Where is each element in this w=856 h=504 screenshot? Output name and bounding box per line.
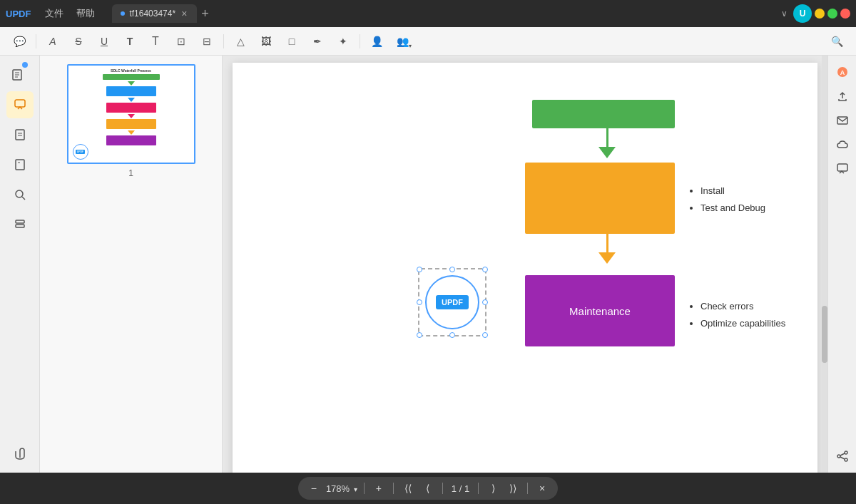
nav-last-button[interactable]: ⟩⟩ — [504, 480, 521, 497]
text-tool[interactable]: T — [145, 31, 166, 52]
sidebar-item-pages[interactable] — [6, 61, 34, 88]
page-canvas: Install Test and Debug Maintenance Che — [233, 63, 817, 473]
zoom-out-button[interactable]: − — [305, 480, 322, 497]
mini-diagram: SDLC Waterfall Process UPDF — [68, 66, 194, 163]
handle-bl — [417, 332, 422, 338]
sidebar-item-layers[interactable] — [6, 211, 34, 238]
thumbnail-page-1[interactable]: SDLC Waterfall Process UPDF — [67, 64, 195, 178]
green-box[interactable] — [532, 100, 675, 128]
person2-tool[interactable]: 👥▾ — [392, 31, 413, 52]
zoom-sep-2 — [393, 483, 394, 494]
thumbnail-page-label: 1 — [67, 168, 195, 178]
comment-button[interactable] — [832, 158, 853, 180]
scrollbar-track[interactable] — [822, 56, 827, 473]
arrow-2 — [598, 234, 616, 264]
titlebar: UPDF 文件 帮助 tf16403474* × + ∨ U − □ × — [0, 0, 856, 27]
app-logo: UPDF — [6, 9, 31, 19]
nav-close-button[interactable]: × — [534, 480, 551, 497]
svg-rect-12 — [16, 220, 24, 223]
handle-br — [482, 332, 488, 338]
sidebar-item-search[interactable] — [6, 181, 34, 208]
orange-box[interactable] — [525, 163, 675, 234]
tab-close-button[interactable]: × — [180, 8, 188, 19]
page-indicator: 1 / 1 — [452, 483, 469, 494]
zoom-sep-5 — [527, 483, 528, 494]
comment-tool[interactable]: 💬 — [9, 31, 30, 52]
sidebar-item-note[interactable] — [6, 121, 34, 148]
collapse-button[interactable]: ∨ — [778, 7, 790, 20]
zoom-sep-1 — [364, 483, 365, 494]
menu-help[interactable]: 帮助 — [71, 4, 101, 23]
scrollbar-thumb[interactable] — [822, 306, 827, 363]
updf-badge: UPDF — [436, 295, 469, 309]
search-button[interactable]: 🔍 — [826, 31, 847, 52]
bullet-install: Install — [700, 184, 765, 198]
bullet-check-errors: Check errors — [700, 299, 785, 314]
purple-box-label: Maintenance — [569, 305, 631, 317]
export-button[interactable] — [832, 86, 853, 107]
handle-mr — [482, 299, 488, 305]
sidebar-item-attachment[interactable] — [6, 440, 34, 467]
new-tab-button[interactable]: + — [197, 6, 213, 21]
zoom-dropdown-icon[interactable]: ▾ — [354, 485, 357, 493]
sidebar-item-annotation[interactable] — [6, 91, 34, 118]
underline-tool[interactable]: U — [93, 31, 115, 52]
svg-point-20 — [845, 458, 847, 461]
active-pin — [22, 62, 28, 68]
mail-button[interactable] — [832, 110, 853, 131]
bold-tool[interactable]: T — [119, 31, 141, 52]
nav-first-button[interactable]: ⟨⟨ — [399, 480, 417, 497]
main-area: SDLC Waterfall Process UPDF — [0, 56, 856, 473]
sidebar-item-bookmark[interactable] — [6, 151, 34, 178]
person-tool[interactable]: 👤 — [366, 31, 387, 52]
page-total: 1 — [464, 483, 469, 494]
svg-rect-16 — [837, 117, 847, 124]
svg-line-11 — [22, 197, 25, 200]
nav-prev-button[interactable]: ⟨ — [419, 480, 437, 497]
tab-area: tf16403474* × + — [112, 4, 773, 23]
table-tool[interactable]: ⊟ — [196, 31, 218, 52]
share-button[interactable] — [832, 446, 853, 467]
toolbar-sep-1 — [36, 34, 36, 48]
window-close-button[interactable]: × — [840, 9, 850, 19]
svg-rect-17 — [837, 164, 847, 171]
diagram-container: Install Test and Debug Maintenance Che — [233, 63, 817, 473]
updf-circle: UPDF — [425, 275, 479, 329]
toolbar-sep-2 — [223, 34, 224, 48]
zoom-in-button[interactable]: + — [370, 480, 387, 497]
minimize-button[interactable]: − — [815, 9, 825, 19]
svg-rect-8 — [16, 160, 24, 170]
toolbar-sep-3 — [360, 34, 360, 48]
rect-tool[interactable]: □ — [281, 31, 302, 52]
textbox-tool[interactable]: ⊡ — [170, 31, 192, 52]
purple-box[interactable]: Maintenance — [525, 275, 675, 346]
zoom-percent: 178% — [326, 483, 350, 494]
user-avatar[interactable]: U — [793, 4, 812, 23]
right-sidebar: A — [827, 56, 856, 473]
maximize-button[interactable]: □ — [827, 9, 837, 19]
menu-file[interactable]: 文件 — [39, 4, 69, 23]
star-tool[interactable]: ✦ — [332, 31, 354, 52]
image-tool[interactable]: 🖼 — [255, 31, 277, 52]
install-bullets: Install Test and Debug — [689, 184, 765, 217]
updf-element[interactable]: UPDF — [418, 268, 486, 336]
toolbar: 💬 A S U T T ⊡ ⊟ △ 🖼 □ ✒ ✦ 👤 👥▾ 🔍 — [0, 27, 856, 56]
zoom-value[interactable]: 178% ▾ — [325, 483, 358, 494]
page-slash: / — [459, 483, 464, 494]
handle-tc — [449, 267, 455, 272]
maintenance-bullets: Check errors Optimize capabilities — [689, 299, 785, 333]
nav-next-button[interactable]: ⟩ — [484, 480, 501, 497]
pencil-tool[interactable]: A — [42, 31, 63, 52]
ai-assistant-button[interactable]: A — [832, 61, 853, 83]
thumbnail-image: SDLC Waterfall Process UPDF — [67, 64, 195, 164]
pen-tool[interactable]: ✒ — [307, 31, 328, 52]
content-area[interactable]: Install Test and Debug Maintenance Che — [223, 56, 827, 473]
bottom-toolbar: − 178% ▾ + ⟨⟨ ⟨ 1 / 1 ⟩ ⟩⟩ × — [0, 473, 856, 504]
handle-bc — [449, 332, 455, 338]
cloud-button[interactable] — [832, 134, 853, 155]
tab-current[interactable]: tf16403474* × — [112, 4, 197, 23]
strikethrough-tool[interactable]: S — [68, 31, 89, 52]
menu-bar: 文件 帮助 — [39, 4, 101, 23]
svg-point-10 — [16, 190, 23, 197]
shape-tool[interactable]: △ — [230, 31, 251, 52]
